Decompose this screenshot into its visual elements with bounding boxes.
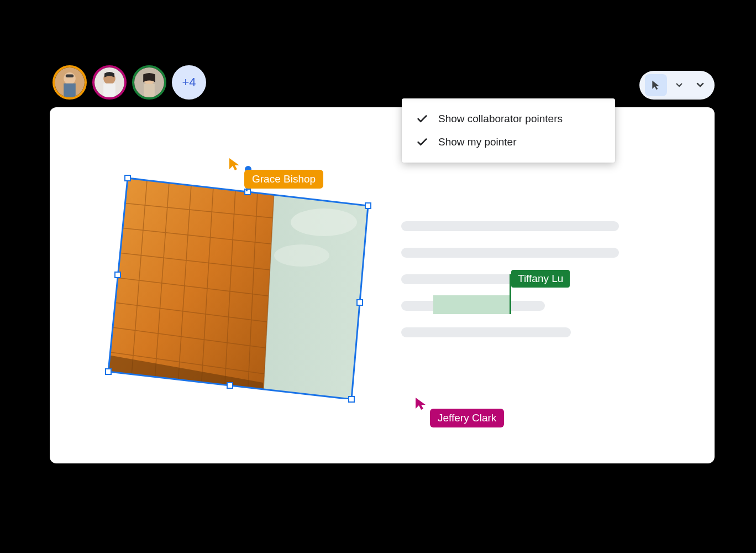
selection-handle-tl[interactable]: [124, 175, 131, 181]
pointer-tool-button[interactable]: [645, 74, 667, 96]
menu-item-show-my-pointer[interactable]: Show my pointer: [402, 131, 615, 154]
selection-handle-bm[interactable]: [227, 382, 233, 389]
collaborator-label-tiffany: Tiffany Lu: [511, 270, 570, 288]
menu-item-label: Show my pointer: [438, 136, 517, 148]
building-image: [92, 161, 379, 399]
svg-rect-6: [103, 84, 116, 97]
svg-rect-9: [144, 84, 155, 97]
svg-point-1: [64, 72, 76, 85]
avatar-overflow-count[interactable]: +4: [172, 65, 206, 100]
selection-handle-bl[interactable]: [105, 368, 112, 375]
pointer-toolbar: [639, 71, 715, 100]
selected-image-frame[interactable]: [92, 161, 374, 394]
selection-handle-tm[interactable]: [244, 189, 251, 195]
collaborator-cursor-jeffery: [414, 397, 428, 413]
avatar-3[interactable]: [132, 65, 166, 100]
collaborator-label-grace: Grace Bishop: [244, 170, 323, 189]
check-icon: [416, 113, 428, 125]
cursor-icon: [414, 397, 428, 411]
caret-down-icon: [676, 83, 683, 87]
selection-handle-ml[interactable]: [114, 272, 121, 278]
collaborator-text-selection-tiffany: [433, 295, 510, 314]
svg-rect-3: [66, 75, 74, 77]
selection-handle-tr[interactable]: [365, 202, 371, 209]
cursor-icon: [650, 80, 662, 91]
pointer-options-menu: Show collaborator pointers Show my point…: [402, 98, 615, 163]
selection-handle-br[interactable]: [348, 396, 355, 403]
text-placeholder-line: [401, 274, 514, 284]
text-placeholder-line: [401, 221, 619, 231]
text-placeholder-line: [401, 248, 619, 258]
svg-point-12: [291, 208, 357, 236]
cursor-icon: [228, 157, 242, 171]
check-icon: [416, 136, 428, 148]
toolbar-expand-button[interactable]: [691, 74, 709, 96]
collaborator-label-jeffery: Jeffery Clark: [430, 409, 504, 427]
avatar-1[interactable]: [53, 65, 87, 100]
collaborator-cursor-grace: [228, 157, 242, 174]
collaborator-avatars: +4: [53, 65, 206, 100]
selection-handle-mr[interactable]: [356, 299, 363, 306]
chevron-down-icon: [696, 82, 704, 88]
menu-item-label: Show collaborator pointers: [438, 113, 563, 125]
svg-point-13: [274, 244, 329, 267]
menu-item-show-collaborator-pointers[interactable]: Show collaborator pointers: [402, 107, 615, 131]
text-placeholder-line: [401, 327, 571, 337]
svg-rect-2: [64, 84, 76, 97]
avatar-2[interactable]: [92, 65, 127, 100]
pointer-dropdown-button[interactable]: [670, 74, 688, 96]
